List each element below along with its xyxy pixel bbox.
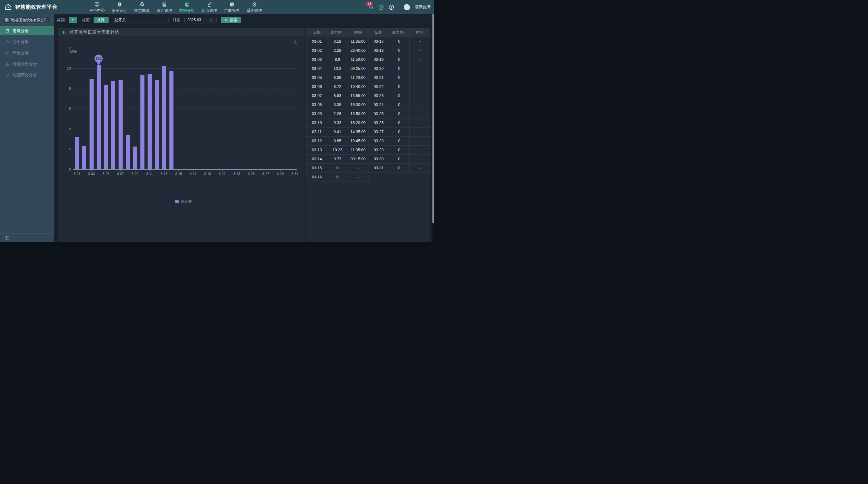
company-select-value: 厦门锐谷通信设备有限公司 xyxy=(5,18,45,23)
chevron-down-icon xyxy=(162,19,166,22)
bar-3-09[interactable] xyxy=(133,147,137,169)
gridline-y12 xyxy=(73,48,297,49)
bar-3-02[interactable] xyxy=(82,146,86,169)
scrollbar-thumb[interactable] xyxy=(432,14,434,223)
date-input[interactable]: 2025-03 xyxy=(184,17,217,23)
table-cell: 09:15:00 xyxy=(348,155,369,164)
table-cell: 23:40:00 xyxy=(348,46,369,55)
nav-item-label: 资产管理 xyxy=(157,8,172,13)
table-row: 03-078.8313:55:0003-230- xyxy=(307,91,430,100)
bar-3-08[interactable] xyxy=(126,135,130,169)
x-axis-tick-label: 3-13 xyxy=(158,172,170,175)
table-cell: - xyxy=(410,46,430,55)
bar-3-10[interactable] xyxy=(141,75,145,169)
table-cell: 10.3 xyxy=(327,64,348,73)
bar-3-14[interactable] xyxy=(169,71,174,169)
x-axis-tick xyxy=(179,170,179,171)
help-icon[interactable] xyxy=(389,4,394,10)
table-cell: 15:30:00 xyxy=(348,100,369,109)
table-cell: 8.72 xyxy=(327,82,348,91)
x-axis-line xyxy=(73,169,297,170)
nav-item-label: 智慧能源 xyxy=(134,8,150,13)
x-axis-tick xyxy=(266,170,266,171)
monitor-icon xyxy=(94,2,100,7)
pie-chart2-icon xyxy=(229,2,235,7)
table-cell: 03-30 xyxy=(369,155,389,164)
breaker-select-value: 总开关 xyxy=(115,18,162,23)
company-select[interactable]: 厦门锐谷通信设备有限公司 xyxy=(2,17,52,23)
table-cell: 03-27 xyxy=(369,128,389,137)
nav-item-4[interactable]: 资产管理 xyxy=(156,0,173,14)
category-electric-button[interactable] xyxy=(69,17,77,23)
table-row: 03-1310.2311:05:0003-290- xyxy=(307,146,430,155)
table-cell: 03-25 xyxy=(369,109,389,119)
bar-3-12[interactable] xyxy=(155,80,159,169)
bar-3-05[interactable] xyxy=(104,85,108,169)
table-cell: 03-02 xyxy=(307,46,327,55)
bar-3-01[interactable] xyxy=(75,137,79,169)
table-cell: 9.41 xyxy=(327,128,348,137)
bar-3-13[interactable] xyxy=(162,66,166,169)
bar-3-07[interactable] xyxy=(119,80,123,169)
x-axis-tick-label: 3-01 xyxy=(71,172,83,175)
nav-item-3[interactable]: ♻智慧能源 xyxy=(133,0,151,14)
table-row: 03-149.7309:15:0003-300- xyxy=(307,155,430,164)
sidebar-item-1[interactable]: 需量分析 xyxy=(0,26,54,35)
table-cell: 13:55:00 xyxy=(348,91,369,100)
x-axis-tick-label: 3-31 xyxy=(289,172,301,175)
table-cell: 0 xyxy=(389,100,410,109)
bar-3-06[interactable] xyxy=(111,81,115,169)
notification-bell-muted-icon[interactable]: 13 xyxy=(368,4,373,10)
table-cell: - xyxy=(410,109,430,119)
nav-item-label: 站点管理 xyxy=(202,8,217,13)
table-cell: 03-24 xyxy=(369,100,389,109)
sidebar-item-label: 能源同比分析 xyxy=(12,61,37,67)
nav-item-8[interactable]: ⚙系统管理 xyxy=(246,0,263,14)
sidebar-item-4[interactable]: 能源同比分析 xyxy=(0,60,54,69)
search-icon xyxy=(225,19,228,22)
sidebar-footer xyxy=(0,233,54,242)
table-cell: 0 xyxy=(389,91,410,100)
table-row: 03-109.3316:20:0003-260- xyxy=(307,119,430,128)
table-cell: 03-13 xyxy=(307,146,327,155)
legend-item[interactable]: 总开关 xyxy=(175,199,192,204)
nav-item-label: 产能管理 xyxy=(224,8,240,13)
x-axis-tick xyxy=(77,170,78,171)
table-cell: 3.38 xyxy=(327,100,348,109)
table-cell: - xyxy=(410,128,430,137)
sidebar-item-5[interactable]: 能源环比分析 xyxy=(0,70,54,79)
bar-3-04[interactable] xyxy=(97,65,101,169)
table-cell: - xyxy=(410,82,430,91)
table-cell: 09:25:00 xyxy=(348,64,369,73)
bar-chart-title-icon xyxy=(63,30,67,35)
table-cell: 11:05:00 xyxy=(348,146,369,155)
nav-item-2[interactable]: 安全运行 xyxy=(111,0,128,14)
table-row: 03-013.1811:35:0003-170- xyxy=(307,37,430,46)
theme-ring-icon[interactable] xyxy=(378,4,384,10)
branch-tag-button[interactable]: 支路 xyxy=(94,17,108,23)
bar-3-03[interactable] xyxy=(90,79,94,169)
table-cell: 03-31 xyxy=(369,164,389,173)
sidebar-item-3[interactable]: 环比分析 xyxy=(0,49,54,57)
table-cell: 2.28 xyxy=(327,46,348,55)
date-input-value: 2025-03 xyxy=(187,18,210,22)
breaker-select[interactable]: 总开关 xyxy=(112,17,168,23)
sidebar-item-2[interactable]: 同比分析 xyxy=(0,37,54,46)
nav-item-1[interactable]: 平台中心 xyxy=(88,0,106,14)
collapse-sidebar-icon[interactable] xyxy=(5,235,10,240)
y-axis-tick-label: 12 xyxy=(60,46,71,50)
account-name[interactable]: 演示账号 xyxy=(415,4,431,10)
nav-item-6[interactable]: 站点管理 xyxy=(200,0,218,14)
table-cell: 8.85 xyxy=(327,137,348,146)
legend-label: 总开关 xyxy=(181,199,192,204)
table-cell: 10:45:00 xyxy=(348,137,369,146)
table-cell: - xyxy=(410,73,430,82)
avatar[interactable] xyxy=(404,4,410,10)
search-button[interactable]: 搜索 xyxy=(221,17,241,23)
nav-item-7[interactable]: 产能管理 xyxy=(223,0,241,14)
legend-swatch xyxy=(175,200,179,203)
bar-3-11[interactable] xyxy=(148,74,152,169)
recycle-icon: ♻ xyxy=(140,2,145,7)
nav-item-5[interactable]: 数据分析 xyxy=(178,0,196,14)
x-axis-tick-label: 3-15 xyxy=(172,172,185,175)
